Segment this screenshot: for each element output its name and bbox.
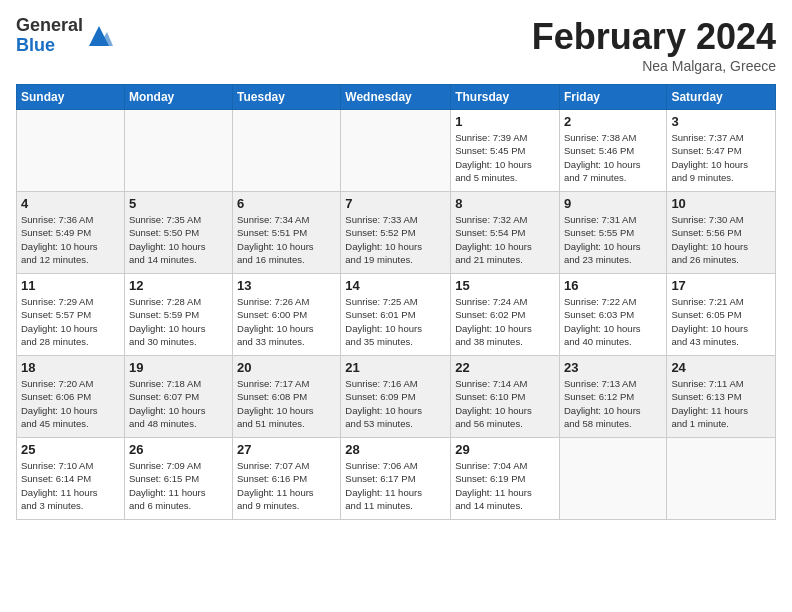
day-info: Sunrise: 7:34 AM Sunset: 5:51 PM Dayligh… (237, 213, 336, 266)
day-number: 17 (671, 278, 771, 293)
day-info: Sunrise: 7:11 AM Sunset: 6:13 PM Dayligh… (671, 377, 771, 430)
table-row: 28Sunrise: 7:06 AM Sunset: 6:17 PM Dayli… (341, 438, 451, 520)
day-number: 29 (455, 442, 555, 457)
day-number: 25 (21, 442, 120, 457)
header-sunday: Sunday (17, 85, 125, 110)
table-row: 2Sunrise: 7:38 AM Sunset: 5:46 PM Daylig… (559, 110, 666, 192)
day-info: Sunrise: 7:38 AM Sunset: 5:46 PM Dayligh… (564, 131, 662, 184)
calendar-week-row: 4Sunrise: 7:36 AM Sunset: 5:49 PM Daylig… (17, 192, 776, 274)
day-info: Sunrise: 7:24 AM Sunset: 6:02 PM Dayligh… (455, 295, 555, 348)
day-number: 15 (455, 278, 555, 293)
table-row: 10Sunrise: 7:30 AM Sunset: 5:56 PM Dayli… (667, 192, 776, 274)
table-row: 26Sunrise: 7:09 AM Sunset: 6:15 PM Dayli… (124, 438, 232, 520)
table-row: 24Sunrise: 7:11 AM Sunset: 6:13 PM Dayli… (667, 356, 776, 438)
table-row (667, 438, 776, 520)
day-number: 13 (237, 278, 336, 293)
title-area: February 2024 Nea Malgara, Greece (532, 16, 776, 74)
table-row (124, 110, 232, 192)
month-title: February 2024 (532, 16, 776, 58)
day-info: Sunrise: 7:30 AM Sunset: 5:56 PM Dayligh… (671, 213, 771, 266)
header-friday: Friday (559, 85, 666, 110)
day-info: Sunrise: 7:10 AM Sunset: 6:14 PM Dayligh… (21, 459, 120, 512)
day-info: Sunrise: 7:25 AM Sunset: 6:01 PM Dayligh… (345, 295, 446, 348)
day-number: 23 (564, 360, 662, 375)
day-number: 19 (129, 360, 228, 375)
day-info: Sunrise: 7:13 AM Sunset: 6:12 PM Dayligh… (564, 377, 662, 430)
day-info: Sunrise: 7:20 AM Sunset: 6:06 PM Dayligh… (21, 377, 120, 430)
day-number: 14 (345, 278, 446, 293)
day-number: 3 (671, 114, 771, 129)
table-row: 7Sunrise: 7:33 AM Sunset: 5:52 PM Daylig… (341, 192, 451, 274)
day-number: 20 (237, 360, 336, 375)
table-row: 11Sunrise: 7:29 AM Sunset: 5:57 PM Dayli… (17, 274, 125, 356)
day-number: 8 (455, 196, 555, 211)
table-row (17, 110, 125, 192)
logo-general: General (16, 16, 83, 36)
day-info: Sunrise: 7:21 AM Sunset: 6:05 PM Dayligh… (671, 295, 771, 348)
day-number: 9 (564, 196, 662, 211)
day-info: Sunrise: 7:14 AM Sunset: 6:10 PM Dayligh… (455, 377, 555, 430)
table-row: 13Sunrise: 7:26 AM Sunset: 6:00 PM Dayli… (233, 274, 341, 356)
day-number: 7 (345, 196, 446, 211)
day-info: Sunrise: 7:37 AM Sunset: 5:47 PM Dayligh… (671, 131, 771, 184)
table-row: 8Sunrise: 7:32 AM Sunset: 5:54 PM Daylig… (451, 192, 560, 274)
day-number: 4 (21, 196, 120, 211)
day-info: Sunrise: 7:33 AM Sunset: 5:52 PM Dayligh… (345, 213, 446, 266)
day-info: Sunrise: 7:18 AM Sunset: 6:07 PM Dayligh… (129, 377, 228, 430)
day-info: Sunrise: 7:35 AM Sunset: 5:50 PM Dayligh… (129, 213, 228, 266)
day-number: 10 (671, 196, 771, 211)
location-subtitle: Nea Malgara, Greece (532, 58, 776, 74)
header-saturday: Saturday (667, 85, 776, 110)
table-row: 20Sunrise: 7:17 AM Sunset: 6:08 PM Dayli… (233, 356, 341, 438)
day-number: 24 (671, 360, 771, 375)
table-row: 17Sunrise: 7:21 AM Sunset: 6:05 PM Dayli… (667, 274, 776, 356)
calendar-header-row: Sunday Monday Tuesday Wednesday Thursday… (17, 85, 776, 110)
table-row: 12Sunrise: 7:28 AM Sunset: 5:59 PM Dayli… (124, 274, 232, 356)
table-row: 22Sunrise: 7:14 AM Sunset: 6:10 PM Dayli… (451, 356, 560, 438)
day-info: Sunrise: 7:36 AM Sunset: 5:49 PM Dayligh… (21, 213, 120, 266)
day-number: 2 (564, 114, 662, 129)
header-monday: Monday (124, 85, 232, 110)
table-row: 15Sunrise: 7:24 AM Sunset: 6:02 PM Dayli… (451, 274, 560, 356)
table-row: 29Sunrise: 7:04 AM Sunset: 6:19 PM Dayli… (451, 438, 560, 520)
table-row (233, 110, 341, 192)
calendar-week-row: 25Sunrise: 7:10 AM Sunset: 6:14 PM Dayli… (17, 438, 776, 520)
logo: General Blue (16, 16, 113, 56)
day-number: 5 (129, 196, 228, 211)
logo-icon (85, 22, 113, 50)
day-info: Sunrise: 7:29 AM Sunset: 5:57 PM Dayligh… (21, 295, 120, 348)
day-info: Sunrise: 7:17 AM Sunset: 6:08 PM Dayligh… (237, 377, 336, 430)
day-info: Sunrise: 7:06 AM Sunset: 6:17 PM Dayligh… (345, 459, 446, 512)
day-info: Sunrise: 7:32 AM Sunset: 5:54 PM Dayligh… (455, 213, 555, 266)
table-row (341, 110, 451, 192)
day-number: 27 (237, 442, 336, 457)
table-row: 23Sunrise: 7:13 AM Sunset: 6:12 PM Dayli… (559, 356, 666, 438)
day-info: Sunrise: 7:16 AM Sunset: 6:09 PM Dayligh… (345, 377, 446, 430)
calendar-week-row: 11Sunrise: 7:29 AM Sunset: 5:57 PM Dayli… (17, 274, 776, 356)
day-number: 11 (21, 278, 120, 293)
day-number: 28 (345, 442, 446, 457)
day-number: 18 (21, 360, 120, 375)
table-row: 5Sunrise: 7:35 AM Sunset: 5:50 PM Daylig… (124, 192, 232, 274)
table-row: 25Sunrise: 7:10 AM Sunset: 6:14 PM Dayli… (17, 438, 125, 520)
table-row: 16Sunrise: 7:22 AM Sunset: 6:03 PM Dayli… (559, 274, 666, 356)
day-info: Sunrise: 7:26 AM Sunset: 6:00 PM Dayligh… (237, 295, 336, 348)
table-row: 1Sunrise: 7:39 AM Sunset: 5:45 PM Daylig… (451, 110, 560, 192)
day-info: Sunrise: 7:04 AM Sunset: 6:19 PM Dayligh… (455, 459, 555, 512)
day-number: 22 (455, 360, 555, 375)
day-info: Sunrise: 7:07 AM Sunset: 6:16 PM Dayligh… (237, 459, 336, 512)
calendar-week-row: 1Sunrise: 7:39 AM Sunset: 5:45 PM Daylig… (17, 110, 776, 192)
table-row: 4Sunrise: 7:36 AM Sunset: 5:49 PM Daylig… (17, 192, 125, 274)
table-row: 14Sunrise: 7:25 AM Sunset: 6:01 PM Dayli… (341, 274, 451, 356)
day-number: 1 (455, 114, 555, 129)
table-row: 18Sunrise: 7:20 AM Sunset: 6:06 PM Dayli… (17, 356, 125, 438)
day-number: 21 (345, 360, 446, 375)
day-info: Sunrise: 7:28 AM Sunset: 5:59 PM Dayligh… (129, 295, 228, 348)
day-info: Sunrise: 7:22 AM Sunset: 6:03 PM Dayligh… (564, 295, 662, 348)
calendar-week-row: 18Sunrise: 7:20 AM Sunset: 6:06 PM Dayli… (17, 356, 776, 438)
header-wednesday: Wednesday (341, 85, 451, 110)
day-number: 12 (129, 278, 228, 293)
table-row (559, 438, 666, 520)
day-number: 16 (564, 278, 662, 293)
day-info: Sunrise: 7:31 AM Sunset: 5:55 PM Dayligh… (564, 213, 662, 266)
